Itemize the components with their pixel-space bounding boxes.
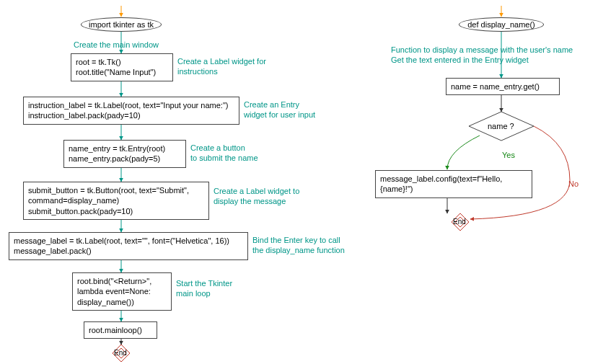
end-label-left: End [114, 349, 127, 357]
annotation-button: Create a button to submit the name [190, 143, 258, 164]
node-message-label-text: message_label = tk.Label(root, text="", … [14, 236, 229, 255]
annotation-function-desc: Function to display a message with the u… [391, 45, 573, 66]
node-name-entry: name_entry = tk.Entry(root) name_entry.p… [63, 140, 186, 168]
node-config-text: message_label.config(text=f"Hello, {name… [375, 170, 532, 198]
start-left-text: import tkinter as tk [89, 19, 154, 30]
node-root-create: root = tk.Tk() root.title("Name Input") [71, 53, 173, 81]
node-get-name: name = name_entry.get() [446, 78, 560, 95]
annotation-entry-widget: Create an Entry widget for user input [244, 99, 315, 120]
start-right-text: def display_name() [467, 19, 535, 30]
node-root-create-text: root = tk.Tk() root.title("Name Input") [76, 58, 156, 76]
annotation-message-label: Create a Label widget to display the mes… [214, 186, 299, 207]
node-instruction-label-text: instruction_label = tk.Label(root, text=… [28, 101, 228, 120]
annotation-mainloop: Start the Tkinter main loop [176, 278, 232, 299]
annotation-main-window: Create the main window [74, 40, 159, 50]
node-get-name-text: name = name_entry.get() [451, 82, 540, 91]
start-node-left: import tkinter as tk [81, 17, 162, 32]
no-label: No [568, 179, 578, 189]
decision-label: name ? [488, 122, 514, 130]
node-mainloop-text: root.mainloop() [89, 326, 142, 334]
node-name-entry-text: name_entry = tk.Entry(root) name_entry.p… [69, 144, 165, 163]
annotation-label-widget: Create a Label widget for instructions [177, 56, 266, 77]
node-message-label: message_label = tk.Label(root, text="", … [9, 232, 248, 260]
node-bind: root.bind("<Return>", lambda event=None:… [72, 272, 172, 311]
node-submit-button-text: submit_button = tk.Button(root, text="Su… [28, 186, 189, 216]
end-label-right: End [453, 218, 466, 226]
yes-label: Yes [502, 150, 515, 160]
node-instruction-label: instruction_label = tk.Label(root, text=… [23, 97, 239, 125]
node-submit-button: submit_button = tk.Button(root, text="Su… [23, 182, 209, 220]
node-mainloop: root.mainloop() [84, 321, 157, 339]
annotation-bind-enter: Bind the Enter key to call the display_n… [252, 235, 345, 256]
start-node-right: def display_name() [459, 17, 544, 32]
node-bind-text: root.bind("<Return>", lambda event=None:… [77, 277, 151, 306]
node-config-text-text: message_label.config(text=f"Hello, {name… [380, 174, 502, 193]
